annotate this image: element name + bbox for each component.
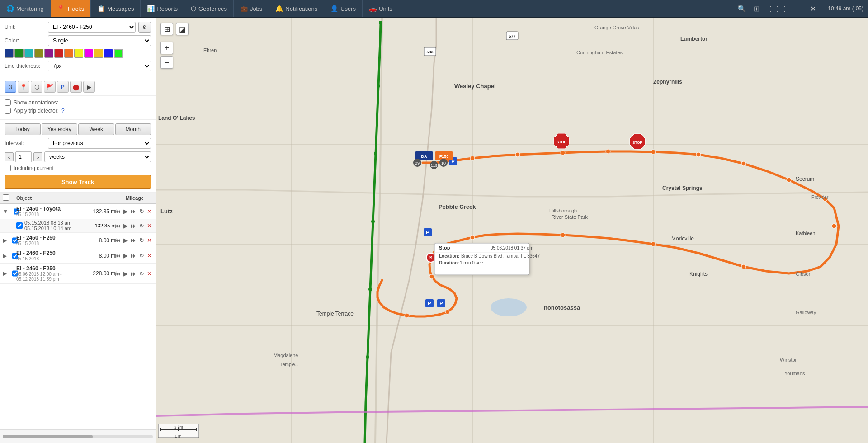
nav-item-units[interactable]: 🚗 Units [363,0,399,17]
nav-item-geofences[interactable]: ⬡ Geofences [184,0,234,17]
including-current-checkbox[interactable] [5,165,11,171]
delete-btn-1[interactable]: ✕ [146,207,153,215]
nav-item-monitoring[interactable]: 🌐 Monitoring [0,0,51,17]
interval-prev-button[interactable]: ‹ [5,152,14,161]
crop-nav-button[interactable]: ⊞ [751,3,762,15]
apply-trip-checkbox[interactable] [5,108,11,114]
satellite-button[interactable]: ◪ [176,23,189,35]
show-track-button[interactable]: Show Track [5,175,151,189]
tool-icon-arrow[interactable]: ▶ [83,81,95,93]
tool-icon-hex[interactable]: ⬡ [31,81,42,93]
expand-icon-2[interactable]: ▶ [3,237,7,244]
select-all-checkbox[interactable] [3,194,9,201]
show-annotations-checkbox[interactable] [5,99,11,106]
refresh-btn-2[interactable]: ↻ [138,236,145,244]
tool-icon-marker[interactable]: 📍 [18,81,29,93]
play-prev-btn-4[interactable]: ⏮ [114,270,122,278]
refresh-btn-1[interactable]: ↻ [138,207,145,215]
play-next-btn-3[interactable]: ⏭ [130,252,137,259]
week-button[interactable]: Week [78,123,114,135]
nav-label-units: Units [379,5,392,12]
horizontal-scrollbar[interactable] [3,435,153,438]
color-swatch-olive[interactable] [34,49,43,58]
play-btn-2[interactable]: ▶ [123,236,129,244]
play-next-btn-4[interactable]: ⏭ [130,270,137,278]
color-select[interactable]: Single [48,35,151,46]
color-swatch-green[interactable] [14,49,24,58]
today-button[interactable]: Today [5,123,41,135]
color-swatch-red[interactable] [54,49,63,58]
expand-icon-4[interactable]: ▶ [3,270,7,277]
color-swatch-purple[interactable] [44,49,53,58]
yesterday-button[interactable]: Yesterday [42,123,78,135]
play-btn-4[interactable]: ▶ [123,270,129,278]
close-nav-button[interactable]: ✕ [807,3,819,15]
svg-text:STOP: STOP [632,141,642,145]
color-swatch-cyan[interactable] [24,49,33,58]
expand-icon-1[interactable]: ▼ [3,208,8,215]
zoom-out-button[interactable]: − [160,56,173,69]
nav-item-reports[interactable]: 📊 Reports [141,0,184,17]
delete-btn-2[interactable]: ✕ [146,236,153,244]
interval-number-input[interactable] [15,151,32,162]
expand-icon-3[interactable]: ▶ [3,253,7,259]
color-swatch-gold[interactable] [94,49,103,58]
play-btn-1[interactable]: ▶ [123,207,129,215]
sub-refresh-1[interactable]: ↻ [138,222,145,230]
play-next-btn-1[interactable]: ⏭ [130,207,137,215]
color-swatch-magenta[interactable] [84,49,93,58]
reports-icon: 📊 [147,5,155,12]
color-swatch-orange[interactable] [64,49,73,58]
refresh-btn-3[interactable]: ↻ [138,252,145,259]
nav-item-users[interactable]: 👤 Users [324,0,363,17]
sub-delete-1[interactable]: ✕ [146,222,153,230]
svg-text:P: P [426,230,429,235]
tool-icon-stop[interactable]: ⬤ [70,81,82,93]
line-thickness-select[interactable]: 7px [48,61,151,71]
sub-play-prev-1[interactable]: ⏮ [114,222,122,230]
color-swatch-blue[interactable] [5,49,14,58]
play-prev-btn-2[interactable]: ⏮ [114,236,122,244]
sub-row-checkbox-1[interactable] [16,222,23,229]
layers-button[interactable]: ⊞ [160,23,173,35]
refresh-btn-4[interactable]: ↻ [138,270,145,278]
object-name-3: EI - 2460 - F250 [16,250,80,256]
geofences-icon: ⬡ [191,5,196,12]
grid-nav-button[interactable]: ⋮⋮⋮ [764,3,791,15]
nav-item-tracks[interactable]: 📍 Tracks [51,0,91,17]
svg-text:Temple...: Temple... [280,362,299,367]
time-display: 10:49 am (-05) [823,5,868,12]
nav-item-jobs[interactable]: 💼 Jobs [234,0,269,17]
unit-select[interactable]: EI - 2460 - F250 [48,22,136,33]
more-nav-button[interactable]: ⋯ [793,3,806,15]
color-swatch-lime[interactable] [114,49,123,58]
sub-play-1[interactable]: ▶ [123,222,129,230]
zoom-in-button[interactable]: + [160,42,173,54]
play-btn-3[interactable]: ▶ [123,252,129,259]
play-next-btn-2[interactable]: ⏭ [130,236,137,244]
unit-section: Unit: EI - 2460 - F250 ⚙ Color: Single [0,18,156,78]
search-nav-button[interactable]: 🔍 [735,3,749,15]
delete-btn-3[interactable]: ✕ [146,252,153,259]
interval-select[interactable]: For previous [48,138,151,149]
sub-play-next-1[interactable]: ⏭ [130,222,137,230]
play-prev-btn-1[interactable]: ⏮ [114,207,122,215]
tool-icon-parking[interactable]: P [57,81,69,93]
color-swatch-cobalt[interactable] [104,49,113,58]
nav-item-notifications[interactable]: 🔔 Notifications [269,0,324,17]
unit-label: Unit: [5,24,45,30]
unit-settings-button[interactable]: ⚙ [138,22,151,33]
interval-unit-select[interactable]: weeks [44,151,151,162]
tool-icon-3[interactable]: 3 [5,81,16,93]
nav-item-messages[interactable]: 📋 Messages [91,0,141,17]
interval-next-button[interactable]: › [33,152,42,161]
svg-text:583: 583 [426,50,433,54]
trip-help-icon[interactable]: ? [61,108,65,114]
svg-point-17 [606,149,610,154]
color-swatch-yellow[interactable] [74,49,83,58]
play-prev-btn-3[interactable]: ⏮ [114,252,122,259]
month-button[interactable]: Month [115,123,151,135]
map-area[interactable]: S P P P P STOP STOP DA [156,18,868,443]
delete-btn-4[interactable]: ✕ [146,270,153,278]
tool-icon-flag[interactable]: 🚩 [44,81,56,93]
